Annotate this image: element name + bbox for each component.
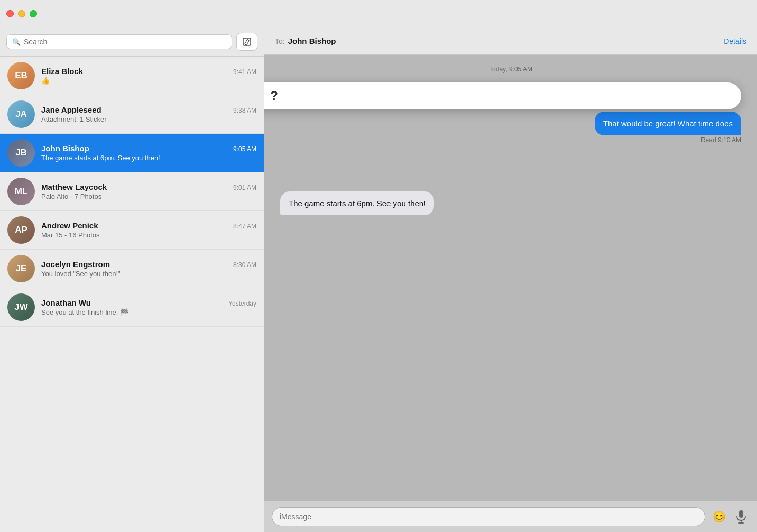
- conv-header-jocelyn: Jocelyn Engstrom 8:30 AM: [41, 260, 256, 269]
- conv-info-matthew: Matthew Laycock 9:01 AM Palo Alto - 7 Ph…: [41, 182, 256, 200]
- search-icon: 🔍: [12, 38, 21, 46]
- maximize-button[interactable]: [30, 10, 37, 17]
- message-bubble-received-2: The game starts at 6pm. See you then!: [280, 191, 434, 215]
- avatar-eliza: EB: [7, 62, 35, 89]
- conv-preview-jocelyn: You loved "See you then!": [41, 270, 256, 278]
- minimize-button[interactable]: [18, 10, 25, 17]
- to-label: To:: [275, 37, 285, 45]
- message-row-received-2: The game starts at 6pm. See you then!: [280, 191, 741, 215]
- conv-preview-matthew: Palo Alto - 7 Photos: [41, 192, 256, 200]
- avatar-andrew: AP: [7, 216, 35, 244]
- conv-header-jonathan: Jonathan Wu Yesterday: [41, 298, 256, 307]
- conv-time-matthew: 9:01 AM: [233, 184, 256, 191]
- avatar-matthew: ML: [7, 178, 35, 205]
- conv-time-jonathan: Yesterday: [228, 300, 256, 307]
- message-bubble-sent-1: That would be great! What time does: [595, 112, 741, 135]
- conv-name-matthew: Matthew Laycock: [41, 182, 107, 191]
- messages-container: Today, 9:05 AM Interested in watching th…: [264, 55, 757, 500]
- underline-text: starts at 6pm: [327, 199, 373, 208]
- date-label: Today, 9:05 AM: [280, 66, 741, 73]
- conversation-item-matthew[interactable]: ML Matthew Laycock 9:01 AM Palo Alto - 7…: [0, 172, 264, 211]
- read-receipt: Read 9:10 AM: [280, 136, 741, 144]
- conv-info-john: John Bishop 9:05 AM The game starts at 6…: [41, 144, 256, 162]
- conv-header-andrew: Andrew Penick 8:47 AM: [41, 221, 256, 230]
- avatar-jonathan: JW: [7, 293, 35, 321]
- close-button[interactable]: [6, 10, 14, 17]
- conv-time-andrew: 8:47 AM: [233, 223, 256, 230]
- conv-time-jane: 9:38 AM: [233, 107, 256, 114]
- tapback-popup: ♥ 👍 👎 HAHA !! ?: [264, 82, 741, 109]
- chat-header: To: John Bishop Details: [264, 27, 757, 55]
- traffic-lights: [6, 10, 37, 17]
- conv-name-eliza: Eliza Block: [41, 67, 83, 76]
- conversation-item-john[interactable]: JB John Bishop 9:05 AM The game starts a…: [0, 134, 264, 172]
- conv-time-eliza: 9:41 AM: [233, 68, 256, 76]
- avatar-jane: JA: [7, 100, 35, 128]
- microphone-button[interactable]: [733, 508, 750, 525]
- conv-preview-jane: Attachment: 1 Sticker: [41, 115, 256, 123]
- compose-icon: [242, 37, 252, 47]
- conv-info-eliza: Eliza Block 9:41 AM 👍: [41, 67, 256, 85]
- conv-name-jane: Jane Appleseed: [41, 105, 101, 114]
- emoji-button[interactable]: 😊: [710, 508, 727, 525]
- chat-area: To: John Bishop Details Today, 9:05 AM I…: [264, 27, 757, 532]
- conversation-list: EB Eliza Block 9:41 AM 👍 JA Jane Applese…: [0, 57, 264, 532]
- conv-time-jocelyn: 8:30 AM: [233, 261, 256, 269]
- conversation-item-eliza[interactable]: EB Eliza Block 9:41 AM 👍: [0, 57, 264, 95]
- conv-preview-jonathan: See you at the finish line. 🏁: [41, 308, 256, 316]
- sidebar-header: 🔍: [0, 27, 264, 57]
- conv-header-jane: Jane Appleseed 9:38 AM: [41, 105, 256, 114]
- search-bar[interactable]: 🔍: [6, 34, 232, 49]
- conversation-item-jane[interactable]: JA Jane Appleseed 9:38 AM Attachment: 1 …: [0, 95, 264, 134]
- search-input[interactable]: [24, 38, 226, 46]
- conv-time-john: 9:05 AM: [233, 145, 256, 153]
- conv-preview-john: The game starts at 6pm. See you then!: [41, 154, 256, 162]
- conversation-item-jonathan[interactable]: JW Jonathan Wu Yesterday See you at the …: [0, 288, 264, 327]
- conv-info-jane: Jane Appleseed 9:38 AM Attachment: 1 Sti…: [41, 105, 256, 123]
- titlebar: [0, 0, 757, 27]
- conv-header-eliza: Eliza Block 9:41 AM: [41, 67, 256, 76]
- sent-message-container: That would be great! What time does Read…: [280, 112, 741, 144]
- conv-header-john: John Bishop 9:05 AM: [41, 144, 256, 153]
- conv-name-jocelyn: Jocelyn Engstrom: [41, 260, 110, 269]
- conv-header-matthew: Matthew Laycock 9:01 AM: [41, 182, 256, 191]
- sidebar: 🔍 EB Eliza Block 9:41 AM: [0, 27, 264, 532]
- conv-preview-eliza: 👍: [41, 77, 256, 85]
- message-row-sent: That would be great! What time does: [280, 112, 741, 135]
- conv-info-andrew: Andrew Penick 8:47 AM Mar 15 - 16 Photos: [41, 221, 256, 239]
- conv-name-andrew: Andrew Penick: [41, 221, 98, 230]
- compose-button[interactable]: [236, 33, 257, 51]
- conversation-item-jocelyn[interactable]: JE Jocelyn Engstrom 8:30 AM You loved "S…: [0, 250, 264, 288]
- avatar-jocelyn: JE: [7, 255, 35, 282]
- conv-name-jonathan: Jonathan Wu: [41, 298, 91, 307]
- conv-info-jonathan: Jonathan Wu Yesterday See you at the fin…: [41, 298, 256, 316]
- conv-name-john: John Bishop: [41, 144, 89, 153]
- details-button[interactable]: Details: [724, 37, 746, 45]
- mic-icon: [736, 510, 746, 524]
- tapback-question[interactable]: ?: [270, 88, 278, 103]
- main-container: 🔍 EB Eliza Block 9:41 AM: [0, 27, 757, 532]
- imessage-input[interactable]: [272, 507, 705, 526]
- svg-rect-1: [739, 510, 743, 518]
- conv-preview-andrew: Mar 15 - 16 Photos: [41, 231, 256, 239]
- conversation-item-andrew[interactable]: AP Andrew Penick 8:47 AM Mar 15 - 16 Pho…: [0, 211, 264, 250]
- avatar-john: JB: [7, 139, 35, 167]
- conv-info-jocelyn: Jocelyn Engstrom 8:30 AM You loved "See …: [41, 260, 256, 278]
- recipient-name: John Bishop: [288, 36, 336, 45]
- input-bar: 😊: [264, 500, 757, 532]
